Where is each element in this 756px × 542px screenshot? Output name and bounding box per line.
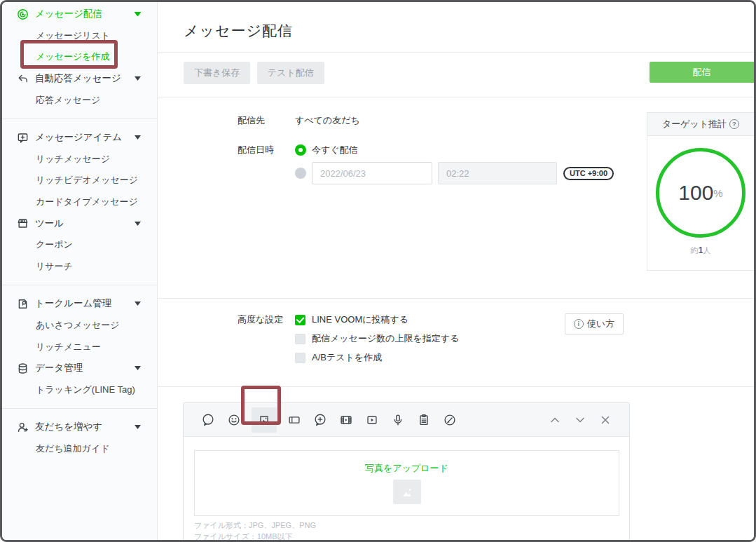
checkbox-unchecked-icon[interactable] [295,353,305,363]
sidebar-item-message-items[interactable]: メッセージアイテム [2,127,157,149]
message-composer: 写真をアップロード ファイル形式：JPG、JPEG、PNG ファイルサイズ：10… [183,402,630,542]
sidebar-item-message-list[interactable]: メッセージリスト [2,25,157,47]
image-placeholder-icon [393,480,421,504]
photo-upload-dropzone[interactable]: 写真をアップロード [194,450,619,516]
checkbox-checked-icon[interactable] [295,315,305,325]
schedule-later-radio[interactable] [295,168,306,179]
sidebar-divider [2,285,157,285]
sidebar: メッセージ配信 メッセージリスト メッセージを作成 自動応答メッセージ 応答メッ… [2,2,158,540]
sidebar-item-label: データ管理 [35,362,83,374]
coupon-icon[interactable] [286,412,303,428]
approx-count: 約1人 [647,245,754,256]
file-size-note: ファイルサイズ：10MB以下 [194,531,629,542]
sidebar-divider [2,408,157,409]
howto-button[interactable]: i 使い方 [565,313,624,334]
checkbox-row-ab-test[interactable]: A/Bテストを作成 [295,351,459,364]
save-draft-button[interactable]: 下書き保存 [184,62,250,84]
target-estimate-panel: ターゲット推計 ? 100 % 約1人 [647,112,754,271]
sidebar-item-label: 自動応答メッセージ [35,72,121,85]
time-input[interactable] [438,162,557,184]
reach-percent: 100 [678,181,713,205]
timezone-badge: UTC +9:00 [563,167,614,180]
sidebar-item-tools[interactable]: ツール [2,212,157,234]
sidebar-item-greeting-message[interactable]: あいさつメッセージ [2,315,157,337]
sidebar-item-label: メッセージ配信 [35,8,102,20]
sidebar-item-rich-message[interactable]: リッチメッセージ [2,149,157,170]
sidebar-item-label: ツール [35,217,64,230]
sidebar-item-card-type-message[interactable]: カードタイプメッセージ [2,191,157,213]
upload-photo-link[interactable]: 写真をアップロード [365,462,448,475]
advanced-settings-section: 高度な設定 LINE VOOMに投稿する 配信メッセージ数の上限を指定する A/… [158,299,754,387]
message-item-icon [16,132,29,144]
test-send-button[interactable]: テスト配信 [257,62,324,84]
send-button[interactable]: 配信 [650,62,754,83]
talk-room-icon [16,298,29,310]
main-content: メッセージ配信 下書き保存 テスト配信 配信 配信先 すべての友だち 配信日時 … [158,2,754,540]
send-now-radio[interactable] [295,144,306,156]
advanced-settings-label: 高度な設定 [238,313,295,326]
sidebar-divider [2,118,157,119]
emoji-icon[interactable] [226,412,242,428]
survey-icon[interactable] [415,412,432,428]
chevron-up-icon[interactable] [547,412,563,428]
mic-icon[interactable] [390,412,406,428]
sidebar-item-label: メッセージアイテム [35,131,122,144]
chevron-down-icon[interactable] [135,76,141,81]
rich-message-icon[interactable] [312,412,329,428]
reach-percent-sign: % [713,187,722,199]
schedule-label: 配信日時 [238,144,295,156]
sidebar-item-add-friend-guide[interactable]: 友だち追加ガイド [2,438,157,460]
info-icon: i [574,319,584,329]
reply-icon [16,73,29,85]
page-title: メッセージ配信 [184,21,293,41]
file-format-note: ファイル形式：JPG、JPEG、PNG [194,520,629,531]
sidebar-item-rich-video-message[interactable]: リッチビデオメッセージ [2,170,157,191]
image-icon[interactable] [252,407,277,433]
chevron-down-icon[interactable] [135,302,141,306]
add-friends-icon [16,421,29,433]
broadcast-icon [16,8,29,20]
sidebar-item-reply-message[interactable]: 応答メッセージ [2,89,157,111]
chevron-down-icon[interactable] [135,222,141,226]
chevron-down-icon[interactable] [572,412,589,428]
card-message-icon[interactable] [441,412,458,428]
page-header: メッセージ配信 [158,2,754,53]
sidebar-item-create-message[interactable]: メッセージを作成 [2,46,157,68]
video-icon[interactable] [364,412,380,428]
sidebar-item-data-management[interactable]: データ管理 [2,358,157,379]
checkbox-row-message-limit[interactable]: 配信メッセージ数の上限を指定する [295,332,459,345]
sidebar-item-gain-friends[interactable]: 友だちを増やす [2,416,157,438]
database-icon [16,363,29,374]
sidebar-item-tracking-line-tag[interactable]: トラッキング(LINE Tag) [2,379,157,401]
chat-bubble-icon[interactable] [200,412,217,428]
sidebar-item-label: トークルーム管理 [35,297,111,310]
action-bar: 下書き保存 テスト配信 配信 [158,53,754,97]
chevron-down-icon[interactable] [135,366,141,370]
help-icon[interactable]: ? [729,119,739,129]
rich-video-icon[interactable] [338,412,355,428]
close-icon[interactable] [597,412,614,428]
recipient-label: 配信先 [238,114,295,127]
date-input[interactable] [312,162,432,184]
sidebar-item-auto-reply[interactable]: 自動応答メッセージ [2,68,157,90]
send-now-label: 今すぐ配信 [312,144,358,156]
checkbox-row-line-voom[interactable]: LINE VOOMに投稿する [295,313,459,326]
chevron-down-icon[interactable] [135,425,141,429]
target-estimate-title: ターゲット推計 [662,118,727,130]
app-window: メッセージ配信 メッセージリスト メッセージを作成 自動応答メッセージ 応答メッ… [0,0,756,542]
reach-ring: 100 % [656,148,745,238]
checkbox-unchecked-icon[interactable] [295,334,305,344]
sidebar-item-research[interactable]: リサーチ [2,256,157,278]
tools-icon [16,217,29,229]
message-composer-section: 写真をアップロード ファイル形式：JPG、JPEG、PNG ファイルサイズ：10… [158,387,754,542]
sidebar-item-label: 友だちを増やす [35,421,102,433]
recipient-value: すべての友だち [295,114,360,127]
chevron-down-icon[interactable] [135,12,141,16]
sidebar-item-message-broadcast[interactable]: メッセージ配信 [2,4,157,25]
sidebar-item-talk-room[interactable]: トークルーム管理 [2,293,157,315]
sidebar-item-rich-menu[interactable]: リッチメニュー [2,336,157,358]
composer-toolbar [184,403,629,437]
sidebar-item-coupon[interactable]: クーポン [2,234,157,256]
chevron-down-icon[interactable] [135,135,141,140]
